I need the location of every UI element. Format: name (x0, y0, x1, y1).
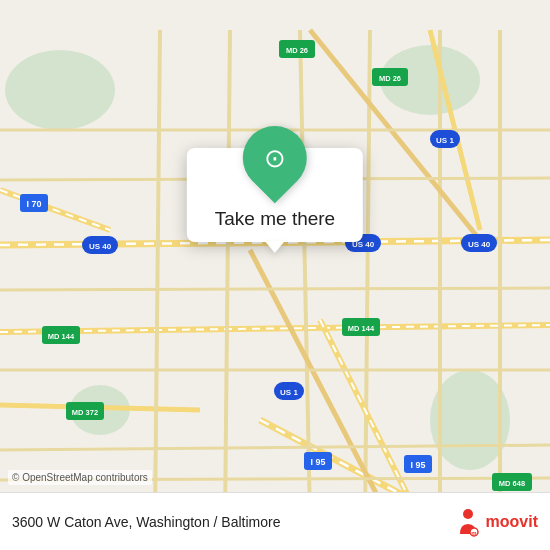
map-container: I 70 US 40 US 40 US 40 MD 144 MD 144 MD … (0, 0, 550, 550)
map-attribution: © OpenStreetMap contributors (8, 470, 152, 485)
svg-text:MD 648: MD 648 (499, 479, 525, 488)
take-me-there-button[interactable]: Take me there (215, 208, 335, 230)
svg-text:I 95: I 95 (410, 460, 425, 470)
svg-text:US 40: US 40 (468, 240, 491, 249)
svg-text:MD 26: MD 26 (379, 74, 401, 83)
moovit-logo: m moovit (452, 506, 538, 538)
svg-text:MD 144: MD 144 (348, 324, 375, 333)
svg-line-13 (155, 30, 160, 520)
map-roads: I 70 US 40 US 40 US 40 MD 144 MD 144 MD … (0, 0, 550, 550)
svg-text:US 40: US 40 (89, 242, 112, 251)
svg-line-5 (0, 190, 110, 230)
moovit-icon: m (452, 506, 484, 538)
location-popup[interactable]: ⊙ Take me there (187, 148, 363, 253)
svg-text:US 1: US 1 (280, 388, 298, 397)
svg-text:I 95: I 95 (310, 457, 325, 467)
svg-text:MD 26: MD 26 (286, 46, 308, 55)
svg-text:US 1: US 1 (436, 136, 454, 145)
address-label: 3600 W Caton Ave, Washington / Baltimore (12, 514, 280, 530)
popup-tail (265, 241, 285, 253)
svg-text:MD 372: MD 372 (72, 408, 98, 417)
svg-text:m: m (471, 530, 476, 536)
svg-text:MD 144: MD 144 (48, 332, 75, 341)
svg-text:I 70: I 70 (26, 199, 41, 209)
moovit-brand-text: moovit (486, 513, 538, 531)
svg-line-26 (0, 288, 550, 290)
bottom-bar: 3600 W Caton Ave, Washington / Baltimore… (0, 492, 550, 550)
popup-box: ⊙ Take me there (187, 148, 363, 242)
svg-point-0 (5, 50, 115, 130)
svg-point-58 (463, 509, 473, 519)
